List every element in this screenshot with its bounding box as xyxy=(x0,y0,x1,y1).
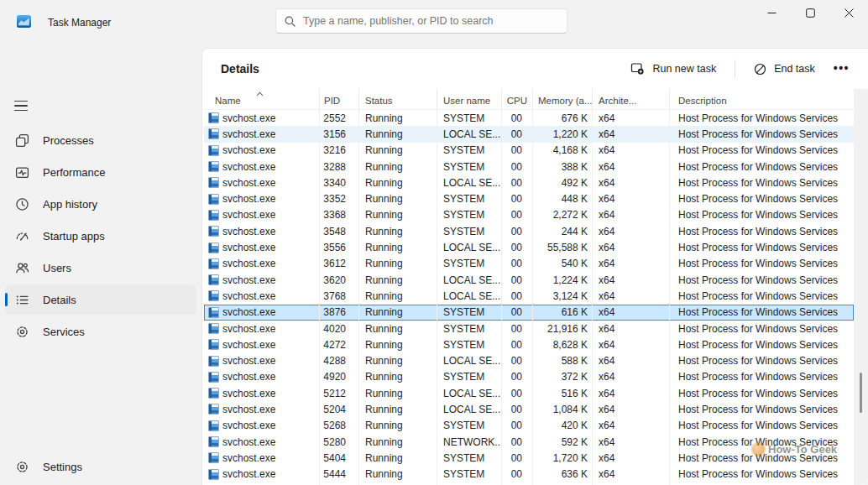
table-row[interactable]: svchost.exe 4272 Running SYSTEM 00 8,628… xyxy=(204,336,854,352)
status-cell: Running xyxy=(359,336,437,352)
description-cell: Host Process for Windows Services xyxy=(670,321,854,336)
more-options-button[interactable]: ••• xyxy=(827,55,856,83)
pid-cell: 2552 xyxy=(320,110,359,126)
table-row[interactable]: svchost.exe 4920 Running SYSTEM 00 372 K… xyxy=(204,369,854,385)
sidebar-item-label: Settings xyxy=(43,461,82,473)
sidebar: Processes Performance App history Startu… xyxy=(0,42,201,485)
description-cell: Host Process for Windows Services xyxy=(670,126,854,142)
details-table: Name PID Status User name CPU Memory (a.… xyxy=(204,89,854,485)
user-name-cell: SYSTEM xyxy=(437,418,502,434)
table-row[interactable]: svchost.exe 5280 Running NETWORK... 00 5… xyxy=(204,434,854,450)
table-row[interactable]: svchost.exe 3352 Running SYSTEM 00 448 K… xyxy=(204,190,854,206)
status-cell: Running xyxy=(359,159,437,175)
user-name-cell: LOCAL SE... xyxy=(437,239,502,255)
scrollbar-thumb[interactable] xyxy=(860,373,862,413)
processes-icon xyxy=(15,133,29,148)
table-row[interactable]: svchost.exe 3156 Running LOCAL SE... 00 … xyxy=(204,126,854,142)
process-name: svchost.exe xyxy=(222,258,275,269)
pid-cell: 3620 xyxy=(320,272,359,288)
column-header-cpu[interactable]: CPU xyxy=(502,89,533,109)
table-row[interactable]: svchost.exe 3288 Running SYSTEM 00 388 K… xyxy=(204,159,854,175)
process-name: svchost.exe xyxy=(222,306,275,318)
column-header-status[interactable]: Status xyxy=(359,89,437,109)
memory-cell: 636 K xyxy=(533,467,593,482)
sidebar-item-label: Performance xyxy=(43,166,105,179)
table-row[interactable]: svchost.exe 5444 Running SYSTEM 00 636 K… xyxy=(204,467,854,482)
table-row[interactable]: svchost.exe 3556 Running LOCAL SE... 00 … xyxy=(204,239,854,255)
memory-cell: 4,168 K xyxy=(533,143,593,159)
table-row[interactable]: svchost.exe 2552 Running SYSTEM 00 676 K… xyxy=(204,110,854,126)
column-header-description[interactable]: Description xyxy=(670,89,854,109)
process-name-cell: svchost.exe xyxy=(204,143,320,159)
sidebar-item-settings[interactable]: Settings xyxy=(5,451,196,482)
toolbar: Run new task End task ••• xyxy=(622,49,856,89)
sidebar-item-app-history[interactable]: App history xyxy=(5,189,196,219)
process-name: svchost.exe xyxy=(222,112,275,124)
table-row[interactable]: svchost.exe 5268 Running SYSTEM 00 420 K… xyxy=(204,418,854,434)
process-name: svchost.exe xyxy=(222,177,275,189)
table-row[interactable]: svchost.exe 3612 Running SYSTEM 00 540 K… xyxy=(204,256,854,272)
process-name-cell: svchost.exe xyxy=(204,223,320,239)
table-row[interactable]: svchost.exe 5204 Running LOCAL SE... 00 … xyxy=(204,401,854,417)
process-name: svchost.exe xyxy=(222,371,275,383)
sidebar-item-label: App history xyxy=(43,198,97,211)
description-cell: Host Process for Windows Services xyxy=(670,159,854,175)
table-row[interactable]: svchost.exe 3216 Running SYSTEM 00 4,168… xyxy=(204,143,854,159)
toolbar-divider xyxy=(735,60,735,78)
memory-cell: 21,916 K xyxy=(533,321,593,336)
minimize-button[interactable] xyxy=(752,0,791,26)
description-cell: Host Process for Windows Services xyxy=(670,207,854,223)
process-name-cell: svchost.exe xyxy=(204,385,320,401)
cpu-cell: 00 xyxy=(502,288,533,304)
architecture-cell: x64 xyxy=(593,336,670,352)
pid-cell: 5280 xyxy=(320,434,359,450)
table-row[interactable]: svchost.exe 3368 Running SYSTEM 00 2,272… xyxy=(204,207,854,223)
table-row[interactable]: svchost.exe 3620 Running LOCAL SE... 00 … xyxy=(204,272,854,288)
process-name-cell: svchost.exe xyxy=(204,190,320,206)
sidebar-item-performance[interactable]: Performance xyxy=(5,157,196,187)
column-header-pid[interactable]: PID xyxy=(320,89,359,109)
table-row[interactable]: svchost.exe 3876 Running SYSTEM 00 616 K… xyxy=(204,305,854,321)
architecture-cell: x64 xyxy=(593,305,670,321)
memory-cell: 1,220 K xyxy=(533,126,593,142)
scrollbar-track[interactable] xyxy=(854,89,868,485)
user-name-cell: NETWORK... xyxy=(437,434,502,450)
sidebar-item-services[interactable]: Services xyxy=(5,316,196,347)
sidebar-item-details[interactable]: Details xyxy=(5,284,196,315)
table-row[interactable]: svchost.exe 5404 Running SYSTEM 00 1,720… xyxy=(204,450,854,466)
sidebar-item-users[interactable]: Users xyxy=(5,253,196,283)
description-cell: Host Process for Windows Services xyxy=(670,272,854,288)
column-header-user-name[interactable]: User name xyxy=(437,89,502,109)
table-row[interactable]: svchost.exe 3548 Running SYSTEM 00 244 K… xyxy=(204,223,854,239)
column-header-memory[interactable]: Memory (a... xyxy=(533,89,593,109)
memory-cell: 592 K xyxy=(533,434,593,450)
status-cell: Running xyxy=(359,418,437,434)
run-new-task-button[interactable]: Run new task xyxy=(622,56,724,81)
table-row[interactable]: svchost.exe 4020 Running SYSTEM 00 21,91… xyxy=(204,321,854,336)
cpu-cell: 00 xyxy=(502,159,533,175)
status-cell: Running xyxy=(359,434,437,450)
sidebar-item-label: Details xyxy=(43,294,76,306)
architecture-cell: x64 xyxy=(593,272,670,288)
table-row[interactable]: svchost.exe 3340 Running LOCAL SE... 00 … xyxy=(204,175,854,190)
close-button[interactable] xyxy=(829,0,868,26)
sidebar-item-processes[interactable]: Processes xyxy=(5,125,196,155)
table-row[interactable]: svchost.exe 4288 Running LOCAL SE... 00 … xyxy=(204,352,854,368)
process-name: svchost.exe xyxy=(222,468,275,480)
search-box[interactable] xyxy=(275,8,567,34)
description-cell: Host Process for Windows Services xyxy=(670,369,854,385)
architecture-cell: x64 xyxy=(593,190,670,206)
table-row[interactable]: svchost.exe 5212 Running LOCAL SE... 00 … xyxy=(204,385,854,401)
pid-cell: 5268 xyxy=(320,418,359,434)
maximize-button[interactable] xyxy=(791,0,829,26)
table-row[interactable]: svchost.exe 3768 Running LOCAL SE... 00 … xyxy=(204,288,854,304)
user-name-cell: LOCAL SE... xyxy=(437,288,502,304)
sidebar-item-startup-apps[interactable]: Startup apps xyxy=(5,221,196,251)
architecture-cell: x64 xyxy=(593,126,670,142)
cpu-cell: 00 xyxy=(502,110,533,126)
memory-cell: 244 K xyxy=(533,223,593,239)
column-header-architecture[interactable]: Archite... xyxy=(593,89,670,109)
end-task-button[interactable]: End task xyxy=(745,57,824,81)
search-input[interactable] xyxy=(303,15,558,27)
svchost-exe-icon xyxy=(208,372,219,383)
